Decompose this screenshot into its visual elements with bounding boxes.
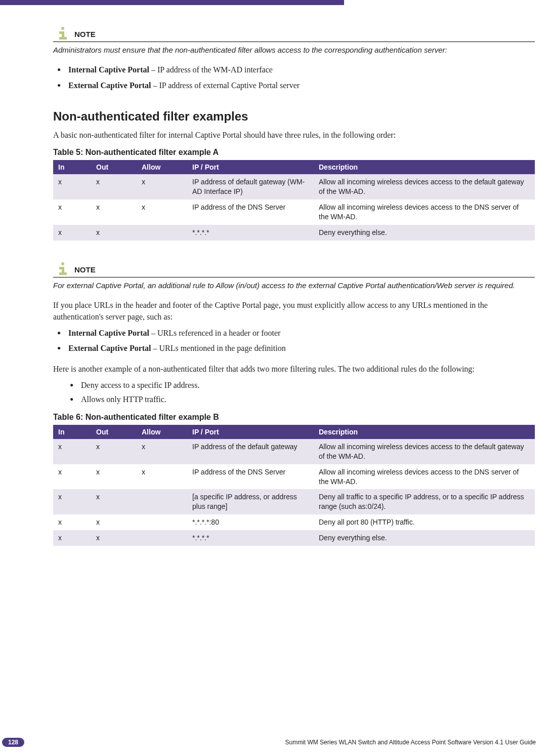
table-row: x x x IP address of default gateway (WM-… — [53, 174, 535, 200]
table5: In Out Allow IP / Port Description x x x… — [53, 160, 535, 240]
cell-in: x — [53, 200, 91, 225]
table5-header-desc: Description — [314, 160, 535, 174]
table5-caption: Table 5: Non-authenticated filter exampl… — [53, 148, 535, 157]
cell-in: x — [53, 174, 91, 200]
table-row: x x [a specific IP address, or address p… — [53, 489, 535, 514]
cell-allow — [137, 225, 187, 241]
list-item: External Captive Portal – URLs mentioned… — [68, 343, 535, 354]
cell-in: x — [53, 225, 91, 241]
note-rule — [53, 277, 535, 277]
list-item-text: – IP address of the WM-AD interface — [149, 65, 273, 74]
paragraph: A basic non-authenticated filter for int… — [53, 130, 535, 141]
info-icon — [53, 261, 72, 275]
list-item: Deny access to a specific IP address. — [81, 380, 535, 391]
cell-allow — [137, 530, 187, 546]
cell-desc: Deny everything else. — [314, 530, 535, 546]
cell-desc: Allow all incoming wireless devices acce… — [314, 200, 535, 225]
cell-ip: IP address of the default gateway — [187, 439, 314, 464]
table5-header-out: Out — [91, 160, 137, 174]
cell-out: x — [91, 530, 137, 546]
cell-out: x — [91, 439, 137, 464]
cell-in: x — [53, 439, 91, 464]
svg-point-0 — [61, 27, 64, 30]
table6-header-allow: Allow — [137, 425, 187, 439]
list-item-bold: Internal Captive Portal — [68, 329, 149, 337]
cell-desc: Allow all incoming wireless devices acce… — [314, 439, 535, 464]
cell-desc: Allow all incoming wireless devices acce… — [314, 174, 535, 200]
cell-ip: *.*.*.* — [187, 530, 314, 546]
cell-allow: x — [137, 439, 187, 464]
cell-desc: Deny everything else. — [314, 225, 535, 241]
note-label: NOTE — [74, 265, 96, 274]
cell-ip: IP address of the DNS Server — [187, 464, 314, 490]
cell-out: x — [91, 489, 137, 514]
list-item-text: – URLs referenced in a header or footer — [149, 329, 280, 337]
svg-rect-3 — [59, 37, 67, 39]
section-heading: Non-authenticated filter examples — [53, 109, 535, 124]
note-label: NOTE — [74, 30, 96, 38]
footer-doc-title: Summit WM Series WLAN Switch and Altitud… — [285, 739, 536, 746]
list-item: Allows only HTTP traffic. — [81, 394, 535, 405]
svg-point-4 — [61, 262, 64, 265]
info-icon — [53, 25, 72, 39]
note-block-2: NOTE For external Captive Portal, an add… — [53, 261, 535, 291]
table6-caption: Table 6: Non-authenticated filter exampl… — [53, 413, 535, 422]
table-row: x x x IP address of the DNS Server Allow… — [53, 200, 535, 225]
page-number: 128 — [2, 738, 24, 747]
cell-ip: IP address of default gateway (WM-AD Int… — [187, 174, 314, 200]
table-row: x x *.*.*.* Deny everything else. — [53, 225, 535, 241]
cell-out: x — [91, 514, 137, 530]
table5-header-ip: IP / Port — [187, 160, 314, 174]
paragraph: If you place URLs in the header and foot… — [53, 300, 535, 323]
note-rule — [53, 42, 535, 42]
page-footer: 128 Summit WM Series WLAN Switch and Alt… — [0, 738, 550, 747]
note-block-1: NOTE Administrators must ensure that the… — [53, 25, 535, 55]
note-body-2: For external Captive Portal, an addition… — [53, 281, 535, 291]
cell-ip: IP address of the DNS Server — [187, 200, 314, 225]
bullet-list-1: Internal Captive Portal – IP address of … — [53, 64, 535, 91]
paragraph: Here is another example of a non-authent… — [53, 364, 535, 375]
list-item: Internal Captive Portal – IP address of … — [68, 64, 535, 75]
cell-ip: [a specific IP address, or address plus … — [187, 489, 314, 514]
cell-ip: *.*.*.*:80 — [187, 514, 314, 530]
table-row: x x x IP address of the DNS Server Allow… — [53, 464, 535, 490]
svg-rect-7 — [59, 272, 67, 275]
table5-header-allow: Allow — [137, 160, 187, 174]
cell-in: x — [53, 464, 91, 490]
cell-allow: x — [137, 174, 187, 200]
cell-allow: x — [137, 200, 187, 225]
bullet-list-2: Internal Captive Portal – URLs reference… — [53, 328, 535, 354]
table6-header-out: Out — [91, 425, 137, 439]
note-body-1: Administrators must ensure that the non-… — [53, 45, 535, 55]
list-item-text: – IP address of external Captive Portal … — [151, 81, 300, 90]
cell-desc: Deny all traffic to a specific IP addres… — [314, 489, 535, 514]
cell-in: x — [53, 514, 91, 530]
cell-in: x — [53, 530, 91, 546]
list-item-bold: External Captive Portal — [68, 344, 151, 352]
cell-out: x — [91, 464, 137, 490]
table5-header-in: In — [53, 160, 91, 174]
table6-header-ip: IP / Port — [187, 425, 314, 439]
cell-desc: Deny all port 80 (HTTP) traffic. — [314, 514, 535, 530]
list-item-bold: Internal Captive Portal — [68, 65, 149, 74]
table6-header-in: In — [53, 425, 91, 439]
cell-allow — [137, 514, 187, 530]
cell-out: x — [91, 225, 137, 241]
list-item: External Captive Portal – IP address of … — [68, 80, 535, 91]
list-item: Internal Captive Portal – URLs reference… — [68, 328, 535, 339]
cell-ip: *.*.*.* — [187, 225, 314, 241]
table-row: x x *.*.*.*:80 Deny all port 80 (HTTP) t… — [53, 514, 535, 530]
bullet-list-3: Deny access to a specific IP address. Al… — [53, 380, 535, 406]
table-row: x x *.*.*.* Deny everything else. — [53, 530, 535, 546]
table6: In Out Allow IP / Port Description x x x… — [53, 425, 535, 546]
list-item-bold: External Captive Portal — [68, 81, 151, 90]
cell-allow: x — [137, 464, 187, 490]
header-bar — [0, 0, 344, 5]
cell-in: x — [53, 489, 91, 514]
cell-out: x — [91, 174, 137, 200]
table6-header-desc: Description — [314, 425, 535, 439]
cell-allow — [137, 489, 187, 514]
list-item-text: – URLs mentioned in the page definition — [151, 344, 286, 352]
table-row: x x x IP address of the default gateway … — [53, 439, 535, 464]
cell-desc: Allow all incoming wireless devices acce… — [314, 464, 535, 490]
